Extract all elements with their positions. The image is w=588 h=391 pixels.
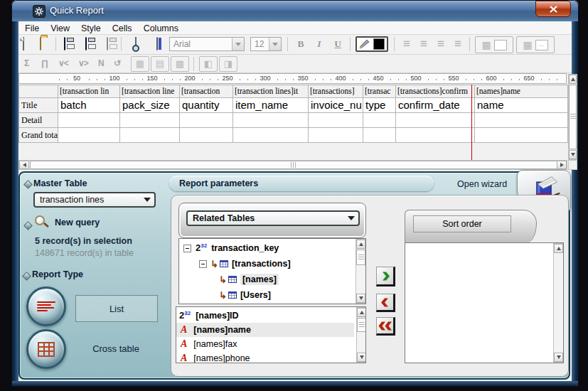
collapse-toggle-icon[interactable] bbox=[183, 245, 191, 252]
new-document-icon[interactable] bbox=[23, 37, 24, 50]
detail-cell[interactable] bbox=[396, 113, 475, 128]
fields-list[interactable]: 232 [names]ID A [names]name A [names]fax… bbox=[176, 306, 366, 363]
remove-all-sort-fields-button[interactable] bbox=[376, 317, 395, 336]
scroll-up-button[interactable] bbox=[554, 244, 563, 253]
tree-item-users[interactable]: ↳ [Users] bbox=[179, 288, 353, 302]
title-cell[interactable]: name bbox=[475, 98, 568, 113]
scroll-up-button[interactable] bbox=[569, 75, 577, 84]
scroll-down-button[interactable] bbox=[356, 294, 365, 303]
tree-scrollbar[interactable] bbox=[356, 239, 366, 304]
column-header[interactable]: [transaction bbox=[180, 85, 233, 98]
column-header[interactable]: [transactions]confirm bbox=[396, 85, 475, 98]
column-header[interactable]: [transaction line bbox=[120, 85, 180, 98]
menu-cells[interactable]: Cells bbox=[112, 23, 132, 33]
detail-cell[interactable] bbox=[363, 113, 396, 128]
column-header[interactable]: [transac bbox=[363, 85, 396, 98]
grand-total-cell[interactable] bbox=[396, 128, 475, 143]
row-label-grand-total[interactable]: Grand total bbox=[19, 128, 58, 143]
grand-total-cell[interactable] bbox=[363, 128, 396, 143]
title-cell[interactable]: invoice_nu bbox=[309, 98, 363, 113]
font-family-select[interactable]: Arial bbox=[169, 37, 245, 51]
column-header[interactable]: [transactions] bbox=[309, 85, 363, 98]
scroll-thumb[interactable] bbox=[357, 318, 366, 332]
row-label-title[interactable]: Title bbox=[19, 98, 58, 113]
detail-cell[interactable] bbox=[475, 113, 568, 128]
field-item-fax[interactable]: A [names]fax bbox=[176, 337, 354, 351]
title-cell[interactable]: quantity bbox=[180, 98, 233, 113]
printer-icon[interactable] bbox=[156, 37, 158, 50]
font-size-select[interactable]: 12 bbox=[250, 37, 282, 51]
remove-sort-field-button[interactable] bbox=[376, 294, 395, 312]
grand-total-cell[interactable] bbox=[58, 128, 120, 143]
collapse-toggle-icon[interactable] bbox=[199, 260, 207, 268]
align-right-icon[interactable]: ≡ bbox=[434, 37, 448, 51]
column-header[interactable]: [transaction lines]it bbox=[233, 85, 309, 98]
title-bar[interactable]: Quick Report bbox=[11, 0, 579, 21]
align-center-icon[interactable]: ≡ bbox=[417, 37, 431, 51]
vertical-scroll-thumb[interactable] bbox=[569, 85, 577, 149]
align-left-icon[interactable]: ≡ bbox=[400, 37, 414, 51]
cell-background-button[interactable]: ▦ bbox=[475, 36, 513, 53]
title-cell[interactable]: item_name bbox=[233, 98, 309, 113]
master-table-select[interactable]: transaction lines bbox=[33, 192, 156, 208]
tree-item-transactions[interactable]: ↳ [transactions] bbox=[179, 257, 353, 271]
column-header[interactable]: [names]name bbox=[475, 85, 568, 98]
detail-cell[interactable] bbox=[233, 113, 309, 128]
new-query-button[interactable]: New query bbox=[55, 218, 100, 227]
structure-tree[interactable]: 232 transaction_key ↳ [transactions] ↳ [… bbox=[178, 238, 366, 304]
detail-cell[interactable] bbox=[58, 113, 120, 128]
horizontal-scroll-thumb[interactable] bbox=[30, 161, 557, 169]
cross-table-report-button[interactable] bbox=[26, 329, 66, 369]
align-justify-icon[interactable]: ≡ bbox=[451, 37, 465, 51]
grand-total-cell[interactable] bbox=[233, 128, 309, 143]
grand-total-cell[interactable] bbox=[120, 128, 180, 143]
tree-item-names[interactable]: ↳ [names] bbox=[179, 272, 353, 286]
text-color-button[interactable] bbox=[356, 36, 388, 52]
vertical-scrollbar[interactable] bbox=[568, 74, 577, 160]
menu-view[interactable]: View bbox=[50, 23, 70, 33]
save-as-icon[interactable] bbox=[85, 37, 87, 50]
menu-style[interactable]: Style bbox=[81, 23, 101, 33]
sort-order-list[interactable] bbox=[405, 242, 564, 363]
print-preview-icon[interactable] bbox=[135, 37, 137, 50]
title-cell[interactable]: pack_size bbox=[120, 98, 180, 113]
field-item-name-selected[interactable]: A [names]name bbox=[176, 323, 354, 337]
tree-item-transaction-key[interactable]: 232 transaction_key bbox=[179, 241, 353, 255]
menu-file[interactable]: File bbox=[25, 23, 39, 33]
fields-scrollbar[interactable] bbox=[356, 307, 366, 363]
scroll-up-button[interactable] bbox=[356, 240, 365, 249]
ruler[interactable]: 50 100 150 200 250 300 350 400 450 500 5… bbox=[18, 73, 567, 84]
close-button[interactable] bbox=[535, 1, 571, 17]
bold-button[interactable]: B bbox=[293, 37, 309, 51]
horizontal-scrollbar[interactable] bbox=[18, 160, 567, 170]
scroll-left-button[interactable] bbox=[19, 161, 29, 169]
detail-cell[interactable] bbox=[120, 113, 180, 128]
grand-total-cell[interactable] bbox=[475, 128, 568, 143]
field-item-id[interactable]: 232 [names]ID bbox=[176, 309, 354, 323]
italic-button[interactable]: I bbox=[311, 37, 327, 51]
menu-columns[interactable]: Columns bbox=[144, 23, 178, 33]
list-report-button[interactable] bbox=[26, 286, 66, 326]
grand-total-cell[interactable] bbox=[180, 128, 233, 143]
related-tables-select[interactable]: Related Tables bbox=[186, 210, 360, 226]
font-size-dropdown-button[interactable] bbox=[269, 38, 281, 50]
column-header[interactable]: [transaction lin bbox=[58, 85, 120, 98]
underline-button[interactable]: U bbox=[330, 37, 346, 51]
open-wizard-button[interactable]: Open wizard bbox=[457, 179, 507, 189]
sort-scrollbar[interactable] bbox=[553, 243, 564, 363]
font-family-dropdown-button[interactable] bbox=[232, 38, 244, 50]
list-type-selected-box[interactable]: List bbox=[75, 295, 158, 322]
row-label-detail[interactable]: Detail bbox=[19, 113, 58, 128]
scroll-down-button[interactable] bbox=[554, 353, 563, 362]
scroll-up-button[interactable] bbox=[357, 308, 366, 317]
open-folder-icon[interactable] bbox=[40, 37, 41, 50]
title-cell[interactable]: type bbox=[363, 98, 396, 113]
save-icon[interactable] bbox=[64, 37, 65, 50]
grand-total-cell[interactable] bbox=[309, 128, 363, 143]
scroll-down-button[interactable] bbox=[357, 353, 366, 362]
title-cell[interactable]: confirm_date bbox=[396, 98, 475, 113]
detail-cell[interactable] bbox=[309, 113, 363, 128]
cell-borders-button[interactable]: ▦ ... bbox=[516, 36, 555, 53]
title-cell[interactable]: batch bbox=[58, 98, 120, 113]
add-sort-field-button[interactable] bbox=[376, 267, 395, 286]
